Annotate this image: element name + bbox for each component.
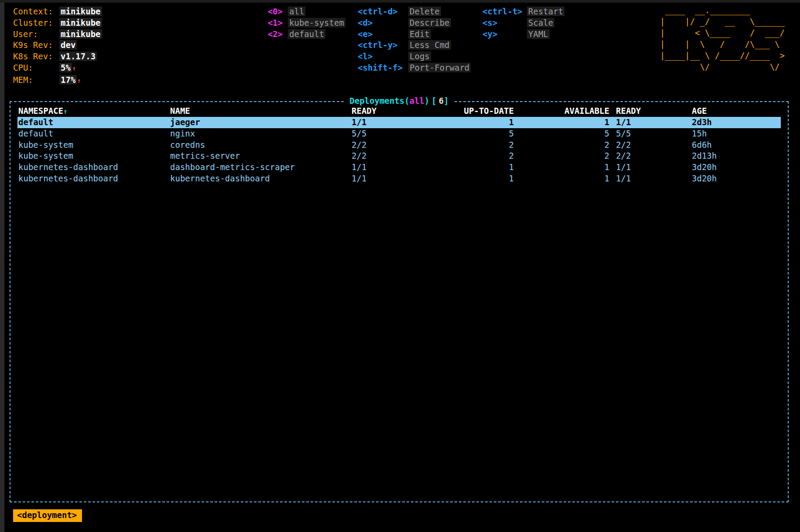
row-age: 3d20h [692,162,717,173]
row-ready-2: 2/2 [616,140,631,151]
k9s-rev-row: K9s Rev:dev [13,40,102,51]
command-hotkeys-col2: <ctrl-t>Restart <s>Scale <y>YAML [482,6,564,40]
row-available: 5 [522,128,609,140]
row-up-to-date: 2 [427,140,514,151]
table-title: Deployments(all)[6] [345,95,453,107]
row-available: 1 [522,117,609,128]
row-namespace: kube-system [18,140,73,151]
context-value: minikube [59,7,102,16]
table-header-row: NAMESPACE↑ NAME READY UP-TO-DATE AVAILAB… [17,106,781,117]
header-namespace[interactable]: NAMESPACE↑ [18,106,68,117]
row-name: nginx [170,128,195,140]
row-available: 2 [522,140,609,151]
row-name: metrics-server [170,150,240,162]
hotkey-edit-key: <e> [358,29,404,40]
row-namespace: default [18,117,53,128]
hotkey-port-forward: <shift-f>Port-Forward [358,62,471,74]
row-name: jaeger [170,117,200,128]
hotkey-2-label: default [288,29,325,39]
window-edge-left [0,0,4,532]
header-namespace-label: NAMESPACE [18,106,63,116]
hotkey-scale-key: <s> [482,17,523,29]
row-namespace: kube-system [18,150,73,162]
hotkey-less-cmd-key: <ctrl-y> [358,40,404,51]
table-row-jaeger[interactable]: default jaeger 1/1 1 1 1/1 2d3h [17,117,781,128]
row-ready: 5/5 [352,128,366,140]
hotkey-scale-label: Scale [527,18,554,27]
table-row-dashboard-metrics-scraper[interactable]: kubernetes-dashboard dashboard-metrics-s… [17,162,781,173]
hotkey-edit: <e>Edit [358,29,471,40]
row-ready-2: 1/1 [616,162,631,173]
header-ready[interactable]: READY [352,106,376,117]
header-up-to-date[interactable]: UP-TO-DATE [427,106,514,117]
table-row-metrics-server[interactable]: kube-system metrics-server 2/2 2 2 2/2 2… [17,150,781,162]
hotkey-describe-key: <d> [358,17,404,29]
deployments-table: Deployments(all)[6] NAMESPACE↑ NAME READ… [10,101,789,502]
row-up-to-date: 5 [427,128,514,140]
k9s-terminal: Context:minikube Cluster:minikube User:m… [4,3,800,532]
cluster-label: Cluster: [13,17,59,29]
row-age: 2d13h [692,150,717,162]
logo-line: ____ __.________ [660,4,785,16]
hotkey-delete: <ctrl-d>Delete [358,6,471,17]
row-name: dashboard-metrics-scraper [170,162,295,173]
table-row-nginx[interactable]: default nginx 5/5 5 5 5/5 15h [17,128,781,140]
hotkey-yaml-key: <y> [482,29,523,40]
row-available: 2 [522,150,609,162]
row-up-to-date: 1 [427,162,514,173]
hotkey-logs-key: <l> [358,51,404,62]
table-title-resource: Deployments [349,96,404,106]
command-hotkeys-col1: <ctrl-d>Delete <d>Describe <e>Edit <ctrl… [358,6,471,74]
hotkey-scale: <s>Scale [482,17,564,29]
table-row-coredns[interactable]: kube-system coredns 2/2 2 2 2/2 6d6h [17,140,781,151]
header-age[interactable]: AGE [692,106,707,117]
namespace-hotkeys-panel: <0>all <1>kube-system <2>default [265,6,345,40]
hotkey-yaml-label: YAML [527,29,550,39]
hotkey-namespace-default: <2>default [265,29,345,40]
row-ready: 2/2 [352,150,366,162]
user-label: User: [13,29,59,40]
cpu-up-arrow-icon: ↑ [72,65,76,72]
row-namespace: kubernetes-dashboard [18,162,118,173]
header-ready-2[interactable]: READY [616,106,641,117]
cpu-label: CPU: [13,62,59,74]
table-title-bracket-close: ] [444,96,448,106]
row-namespace: default [18,128,53,140]
k8s-rev-row: K8s Rev:v1.17.3 [13,51,102,62]
cluster-value: minikube [59,18,102,27]
table-title-count: 6 [439,96,444,106]
hotkey-namespace-kube-system: <1>kube-system [265,17,345,29]
table-title-bracket-open: [ [431,96,436,106]
row-age: 3d20h [692,173,717,184]
row-ready: 1/1 [352,162,366,173]
hotkey-describe-label: Describe [408,18,451,27]
header-name[interactable]: NAME [170,106,190,117]
cluster-row: Cluster:minikube [13,17,102,29]
hotkey-logs: <l>Logs [358,51,471,62]
hotkey-1-key: <1> [265,17,283,29]
context-row: Context:minikube [13,6,102,17]
table-row-kubernetes-dashboard[interactable]: kubernetes-dashboard kubernetes-dashboar… [17,173,781,184]
table-title-paren-open: ( [404,96,409,106]
hotkey-2-key: <2> [265,29,283,40]
hotkey-logs-label: Logs [408,51,431,61]
row-ready-2: 2/2 [616,150,631,162]
row-ready: 1/1 [352,117,366,128]
cpu-row: CPU:5%↑ [13,62,102,75]
row-name: coredns [170,140,205,151]
k8s-rev-value: v1.17.3 [59,51,97,61]
k9s-rev-value: dev [59,40,77,50]
row-ready-2: 1/1 [616,173,631,184]
hotkey-describe: <d>Describe [358,17,471,29]
cpu-value: 5% [59,63,72,72]
mem-up-arrow-icon: ↑ [77,77,81,85]
hotkey-less-cmd: <ctrl-y>Less Cmd [358,40,471,51]
k9s-rev-label: K9s Rev: [13,40,59,51]
hotkey-yaml: <y>YAML [482,29,564,40]
header-available[interactable]: AVAILABLE [522,106,609,117]
hotkey-restart-key: <ctrl-t> [482,6,523,17]
mem-value: 17% [59,75,77,85]
row-age: 15h [692,128,707,140]
table-title-paren-close: ) [424,96,429,106]
row-ready-2: 5/5 [616,128,631,140]
